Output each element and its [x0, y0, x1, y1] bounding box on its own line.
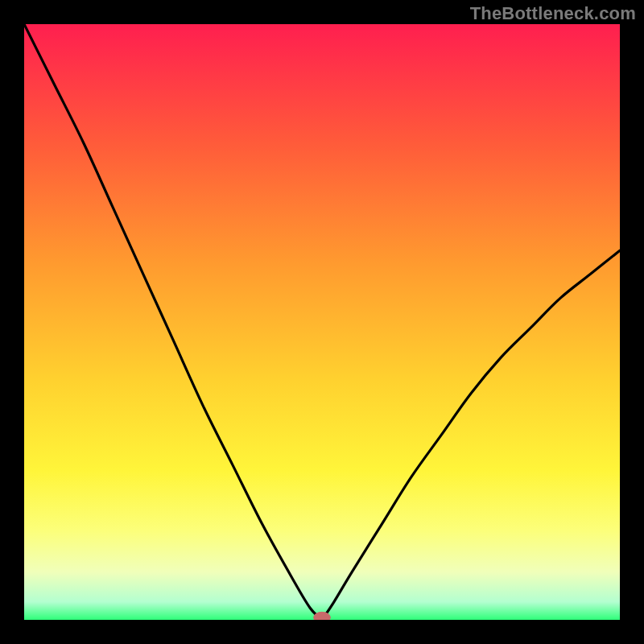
minimum-marker [314, 612, 331, 620]
chart-svg [24, 24, 620, 620]
gradient-background [24, 24, 620, 620]
watermark-text: TheBottleneck.com [470, 3, 636, 24]
plot-area [24, 24, 620, 620]
chart-frame: TheBottleneck.com [0, 0, 644, 644]
